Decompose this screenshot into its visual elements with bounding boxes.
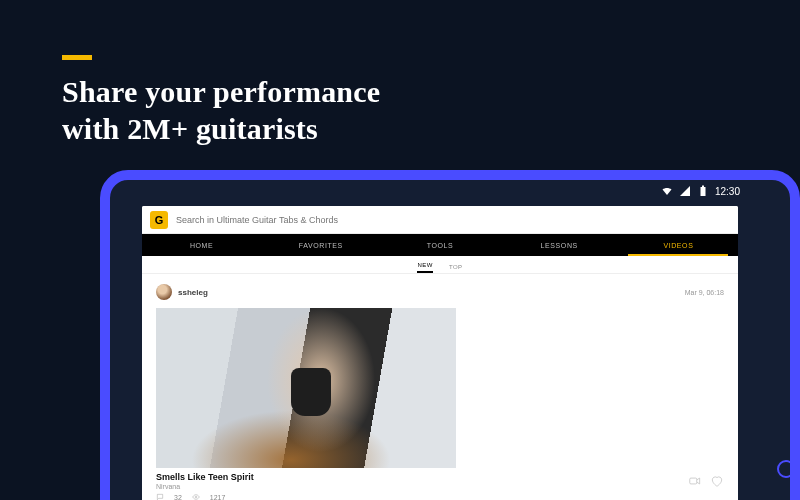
tab-tools-label: TOOLS [427, 242, 454, 249]
headline-line1: Share your performance [62, 75, 380, 108]
video-thumbnail[interactable] [156, 308, 456, 468]
post-meta: Smells Like Teen Spirit Nirvana 32 1217 [156, 472, 724, 500]
views-icon [192, 493, 200, 500]
tablet-screen: 12:30 G HOME FAVORITES TOOLS LESSONS VID… [110, 180, 790, 500]
app-logo[interactable]: G [150, 211, 168, 229]
headline-line2: with 2M+ guitarists [62, 112, 318, 145]
search-bar: G [142, 206, 738, 234]
avatar [156, 284, 172, 300]
status-bar: 12:30 [110, 180, 750, 202]
tab-lessons-label: LESSONS [541, 242, 578, 249]
post-header: ssheleg Mar 9, 06:18 [156, 284, 724, 300]
post-date: Mar 9, 06:18 [685, 289, 724, 296]
tab-home-label: HOME [190, 242, 213, 249]
tablet-frame: 12:30 G HOME FAVORITES TOOLS LESSONS VID… [100, 170, 800, 500]
svg-rect-0 [700, 187, 705, 196]
video-title[interactable]: Smells Like Teen Spirit [156, 472, 254, 482]
record-icon[interactable] [688, 474, 702, 488]
battery-icon [697, 185, 709, 197]
post-actions [688, 472, 724, 488]
subfilter-top[interactable]: TOP [449, 264, 463, 273]
post-user[interactable]: ssheleg [156, 284, 208, 300]
search-input[interactable] [176, 215, 730, 225]
tab-favorites-label: FAVORITES [299, 242, 343, 249]
comment-count: 32 [174, 494, 182, 501]
tab-lessons[interactable]: LESSONS [500, 234, 619, 256]
svg-rect-3 [690, 478, 697, 484]
username: ssheleg [178, 288, 208, 297]
svg-rect-1 [702, 186, 704, 188]
video-artist: Nirvana [156, 483, 254, 490]
video-stats: 32 1217 [156, 493, 254, 500]
tab-videos-label: VIDEOS [663, 242, 693, 249]
view-count: 1217 [210, 494, 226, 501]
promo-headline: Share your performance with 2M+ guitaris… [62, 74, 380, 147]
like-icon[interactable] [710, 474, 724, 488]
accent-bar [62, 55, 92, 60]
wifi-icon [661, 185, 673, 197]
subfilter-new[interactable]: NEW [417, 262, 433, 273]
tab-nav: HOME FAVORITES TOOLS LESSONS VIDEOS [142, 234, 738, 256]
svg-point-2 [195, 496, 197, 498]
tablet-home-button[interactable] [777, 460, 795, 478]
tab-tools[interactable]: TOOLS [380, 234, 499, 256]
title-block: Smells Like Teen Spirit Nirvana 32 1217 [156, 472, 254, 500]
tab-favorites[interactable]: FAVORITES [261, 234, 380, 256]
tab-videos[interactable]: VIDEOS [619, 234, 738, 256]
comment-icon [156, 493, 164, 500]
status-time: 12:30 [715, 186, 740, 197]
tab-home[interactable]: HOME [142, 234, 261, 256]
app-screen: G HOME FAVORITES TOOLS LESSONS VIDEOS NE… [142, 206, 738, 500]
subfilter: NEW TOP [142, 256, 738, 274]
feed: ssheleg Mar 9, 06:18 Smells Like Teen Sp… [142, 274, 738, 500]
signal-icon [679, 185, 691, 197]
